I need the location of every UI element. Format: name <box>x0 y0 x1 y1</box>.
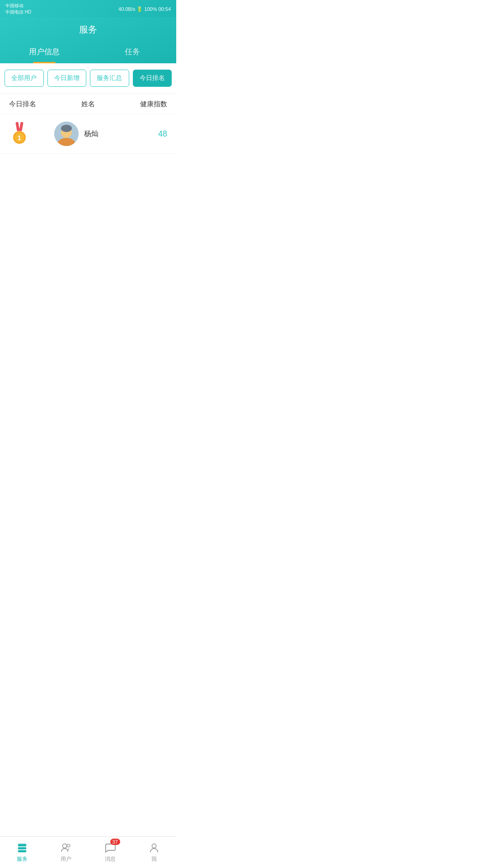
rank-list: 1 杨灿 48 <box>0 114 176 154</box>
carrier-info: 中国移动 中国电信 HD <box>5 3 31 15</box>
status-bar: 中国移动 中国电信 HD 40.0B/s 🔋 100% 00:54 <box>0 0 176 17</box>
time: 00:54 <box>158 6 171 12</box>
filter-service-summary[interactable]: 服务汇总 <box>90 70 129 87</box>
network-speed: 40.0B/s <box>118 6 135 12</box>
svg-point-8 <box>61 125 72 132</box>
table-row: 1 杨灿 48 <box>0 114 176 154</box>
rank-cell: 1 <box>9 122 54 146</box>
svg-text:1: 1 <box>18 134 21 142</box>
tab-user-info[interactable]: 用户信息 <box>0 43 88 63</box>
user-name: 杨灿 <box>84 129 99 139</box>
tab-tasks[interactable]: 任务 <box>88 43 176 63</box>
filter-bar: 全部用户 今日新增 服务汇总 今日排名 <box>0 63 176 94</box>
name-cell: 杨灿 <box>54 122 122 146</box>
avatar <box>54 122 79 146</box>
medal-icon: 1 <box>9 122 30 146</box>
filter-all-users[interactable]: 全部用户 <box>5 70 44 87</box>
col-health: 健康指数 <box>122 100 167 108</box>
svg-rect-1 <box>19 122 23 131</box>
col-rank: 今日排名 <box>9 100 54 108</box>
header: 服务 用户信息 任务 <box>0 17 176 63</box>
main-content: 全部用户 今日新增 服务汇总 今日排名 今日排名 姓名 健康指数 <box>0 63 176 185</box>
health-score: 48 <box>122 129 167 139</box>
svg-rect-0 <box>15 122 19 131</box>
filter-today-new[interactable]: 今日新增 <box>47 70 87 87</box>
battery-icon: 🔋 <box>136 6 143 12</box>
main-tabs: 用户信息 任务 <box>0 43 176 63</box>
page-title: 服务 <box>0 24 176 36</box>
filter-today-rank[interactable]: 今日排名 <box>133 70 172 87</box>
table-header: 今日排名 姓名 健康指数 <box>0 94 176 114</box>
battery-percent: 100% <box>144 6 157 12</box>
status-right: 40.0B/s 🔋 100% 00:54 <box>118 6 171 12</box>
col-name: 姓名 <box>54 100 122 108</box>
